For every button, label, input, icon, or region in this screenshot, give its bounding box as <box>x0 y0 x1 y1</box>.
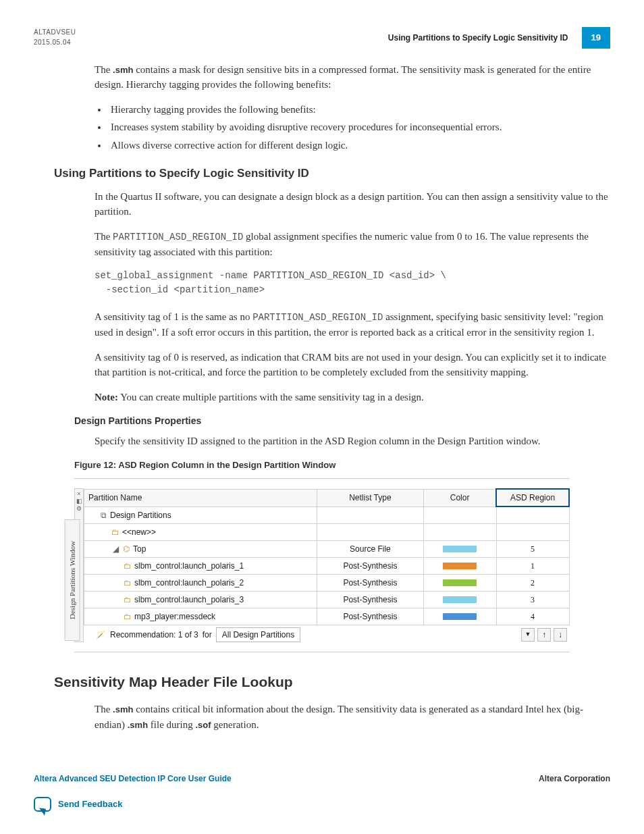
col-asd-region[interactable]: ASD Region <box>496 489 569 506</box>
text: The <box>95 704 113 714</box>
table-row[interactable]: 🗀slbm_control:launch_polaris_3 Post-Synt… <box>84 591 570 608</box>
table-row[interactable]: 🗀slbm_control:launch_polaris_1 Post-Synt… <box>84 557 570 574</box>
bullet: Increases system stability by avoiding d… <box>108 120 610 135</box>
cell-name: mp3_player:messdeck <box>134 612 215 621</box>
figure-caption: Figure 12: ASD Region Column in the Desi… <box>74 459 610 472</box>
page-footer: Altera Advanced SEU Detection IP Core Us… <box>34 773 610 785</box>
cell-name: slbm_control:launch_polaris_3 <box>134 595 244 604</box>
collapse-icon[interactable]: ◢ <box>111 543 119 555</box>
heading-sensitivity-lookup: Sensitivity Map Header File Lookup <box>54 671 610 693</box>
props-p1: Specify the sensitivity ID assigned to t… <box>95 434 610 449</box>
cell-color <box>423 608 496 625</box>
cell-name: Top <box>133 544 146 554</box>
cell-asd <box>496 506 569 523</box>
text: generation. <box>211 719 259 730</box>
code-asd-region-id-2: PARTITION_ASD_REGION_ID <box>252 312 383 323</box>
bullet: Allows diverse corrective action for dif… <box>108 138 610 153</box>
cell-asd: 4 <box>496 608 569 625</box>
cell-netlist <box>317 506 423 523</box>
table-header-row: Partition Name Netlist Type Color ASD Re… <box>84 489 570 506</box>
close-icon[interactable]: × <box>75 490 83 498</box>
feedback-icon[interactable] <box>34 797 51 812</box>
doc-date: 2015.05.04 <box>34 37 76 47</box>
note-label: Note: <box>95 392 118 402</box>
col-partition-name[interactable]: Partition Name <box>84 489 317 506</box>
cell-color <box>423 506 496 523</box>
cell-netlist <box>317 523 423 540</box>
partitions-icon: ⧉ <box>99 509 107 521</box>
send-feedback-link[interactable]: Send Feedback <box>58 798 122 811</box>
cell-name: slbm_control:launch_polaris_2 <box>134 578 244 588</box>
cell-name: slbm_control:launch_polaris_1 <box>134 561 244 571</box>
cell-color <box>423 557 496 574</box>
ext-smh: .smh <box>113 65 133 75</box>
recommendation-label: Recommendation: 1 of 3 <box>110 629 198 641</box>
cell-color <box>423 523 496 540</box>
text: A sensitivity tag of 1 is the same as no <box>95 311 252 322</box>
cell-asd: 1 <box>496 557 569 574</box>
doc-code: ALTADVSEU <box>34 28 76 36</box>
cell-asd: 5 <box>496 540 569 557</box>
text: The <box>95 64 113 75</box>
folder-icon: 🗀 <box>124 610 132 623</box>
figure-12: × ◧ ⚙ Partition Name Netlist Type Color … <box>74 478 570 652</box>
intro-paragraph: The .smh contains a mask for design sens… <box>95 62 610 93</box>
hierarchy-icon: ⌬ <box>122 543 130 555</box>
page-number: 19 <box>582 27 610 49</box>
note-text: You can create multiple partitions with … <box>120 392 424 402</box>
cell-netlist: Source File <box>317 540 423 557</box>
footer-corp: Altera Corporation <box>539 773 610 785</box>
panel-footer: 🪄 Recommendation: 1 of 3 for All Design … <box>93 625 570 642</box>
cell-netlist: Post-Synthesis <box>317 591 423 608</box>
wizard-icon[interactable]: 🪄 <box>96 629 106 641</box>
header-right: Using Partitions to Specify Logic Sensit… <box>388 27 610 49</box>
footer-guide-title: Altera Advanced SEU Detection IP Core Us… <box>34 773 232 785</box>
folder-icon: 🗀 <box>124 594 132 606</box>
bullet: Hierarchy tagging provides the following… <box>108 102 610 118</box>
gear-icon[interactable]: ⚙ <box>75 505 83 513</box>
table-row[interactable]: 🗀slbm_control:launch_polaris_2 Post-Synt… <box>84 574 570 591</box>
dropdown-icon[interactable]: ▼ <box>521 628 535 642</box>
folder-icon: 🗀 <box>111 526 119 538</box>
header-section-title: Using Partitions to Specify Logic Sensit… <box>388 32 568 44</box>
feedback-block: Send Feedback <box>34 797 610 812</box>
partitions-p1: In the Quartus II software, you can desi… <box>95 189 610 219</box>
partitions-table: Partition Name Netlist Type Color ASD Re… <box>84 488 570 625</box>
heading-using-partitions: Using Partitions to Specify Logic Sensit… <box>54 165 610 182</box>
table-row[interactable]: 🗀mp3_player:messdeck Post-Synthesis 4 <box>84 608 570 625</box>
folder-icon: 🗀 <box>124 560 132 572</box>
cell-color <box>423 540 496 557</box>
table-row[interactable]: 🗀<<new>> <box>84 523 570 540</box>
cell-netlist: Post-Synthesis <box>317 608 423 625</box>
cell-color <box>423 574 496 591</box>
intro-bullets: Hierarchy tagging provides the following… <box>108 102 610 153</box>
cell-name: Design Partitions <box>110 511 171 520</box>
code-block: set_global_assignment -name PARTITION_AS… <box>95 269 610 297</box>
cell-netlist: Post-Synthesis <box>317 574 423 591</box>
up-arrow-icon[interactable]: ↑ <box>537 628 551 642</box>
heading-design-partitions-props: Design Partitions Properties <box>74 414 610 428</box>
text: contains a mask for design sensitive bit… <box>95 64 591 90</box>
cell-name: <<new>> <box>122 527 156 537</box>
col-color[interactable]: Color <box>423 489 496 506</box>
doc-code-block: ALTADVSEU 2015.05.04 <box>34 27 76 47</box>
down-arrow-icon[interactable]: ↓ <box>554 628 567 642</box>
partitions-p2: The PARTITION_ASD_REGION_ID global assig… <box>95 229 610 260</box>
table-row[interactable]: ◢⌬Top Source File 5 <box>84 540 570 557</box>
note: Note: You can create multiple partitions… <box>95 390 610 405</box>
partitions-p4: A sensitivity tag of 0 is reserved, as i… <box>95 350 610 380</box>
page-header: ALTADVSEU 2015.05.04 Using Partitions to… <box>34 27 610 49</box>
panel-tab[interactable]: Design Partitions Window <box>65 519 80 641</box>
combo-value: All Design Partitions <box>222 630 294 640</box>
col-netlist-type[interactable]: Netlist Type <box>317 489 423 506</box>
table-row[interactable]: ⧉Design Partitions <box>84 506 570 523</box>
partitions-combo[interactable]: All Design Partitions <box>216 627 300 642</box>
for-label: for <box>203 629 212 641</box>
folder-icon: 🗀 <box>124 577 132 589</box>
ext-smh: .smh <box>113 704 133 714</box>
ext-smh-2: .smh <box>128 720 148 730</box>
cell-netlist: Post-Synthesis <box>317 557 423 574</box>
text: The <box>95 231 113 242</box>
text: file during <box>148 719 195 730</box>
pin-icon[interactable]: ◧ <box>75 498 83 505</box>
